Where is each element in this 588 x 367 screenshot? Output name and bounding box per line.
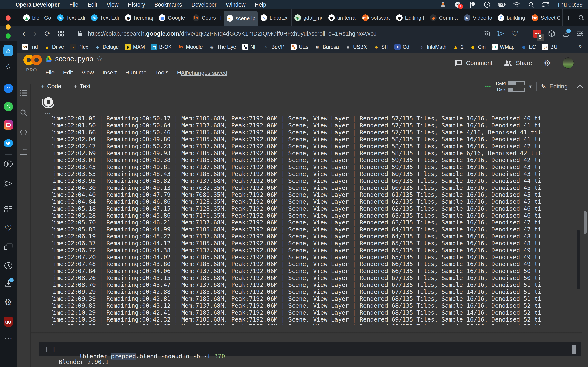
more-ellipsis-icon[interactable]: ⋯ bbox=[3, 333, 13, 343]
save-status[interactable]: All changes saved bbox=[181, 70, 227, 76]
speed-dial-home-icon[interactable]: ⌂ bbox=[3, 45, 13, 56]
browser-tab[interactable]: ◉ gdal_mer bbox=[292, 9, 325, 26]
colab-menu-item[interactable]: Edit bbox=[63, 69, 73, 76]
share-button[interactable]: Share bbox=[504, 59, 532, 67]
bookmark-item[interactable]: › Plex bbox=[70, 44, 88, 50]
wifi-icon[interactable] bbox=[513, 1, 520, 8]
twitter-icon[interactable] bbox=[3, 138, 13, 148]
bookmark-item[interactable]: 🗎 Buresa bbox=[314, 44, 339, 50]
files-icon[interactable] bbox=[19, 147, 28, 156]
tab-tiles-icon[interactable] bbox=[58, 31, 64, 37]
code-cell[interactable]: [ ] !blender prepped.blend -noaudio -b -… bbox=[39, 342, 581, 356]
colab-menu-item[interactable]: Runtime bbox=[125, 69, 147, 76]
browser-tab[interactable]: in Cours : M bbox=[190, 9, 224, 26]
notebook-title[interactable]: scene.ipynb bbox=[55, 55, 93, 63]
notification-app-icon[interactable]: 1 bbox=[454, 1, 461, 8]
messenger-icon[interactable] bbox=[3, 83, 13, 93]
whatsapp-icon[interactable] bbox=[3, 102, 13, 111]
menubar-clock[interactable]: Thu 00:39 bbox=[557, 1, 583, 8]
battery-charging-icon[interactable] bbox=[498, 1, 506, 8]
active-app-name[interactable]: Opera Developer bbox=[16, 2, 60, 8]
comment-button[interactable]: Comment bbox=[455, 59, 493, 67]
menubar-menu-item[interactable]: Help bbox=[255, 2, 266, 8]
close-window-button[interactable] bbox=[6, 16, 11, 21]
browser-tab[interactable]: ◕ Comman bbox=[427, 9, 461, 26]
history-clock-icon[interactable] bbox=[3, 261, 13, 271]
bookmark-item[interactable]: ▲ Drive bbox=[44, 44, 64, 50]
browser-tab[interactable]: ✳ LidarExpl bbox=[258, 9, 292, 26]
instagram-icon[interactable] bbox=[3, 120, 13, 130]
output-scrollbar-thumb[interactable] bbox=[577, 230, 580, 289]
new-tab-button[interactable]: + bbox=[563, 9, 574, 26]
downloads-icon[interactable] bbox=[562, 30, 570, 37]
browser-tab[interactable]: ▶ Video to bbox=[461, 9, 495, 26]
cell-prompt[interactable]: [ ] bbox=[45, 346, 56, 353]
forward-button[interactable]: › bbox=[33, 29, 37, 39]
page-scrollbar-thumb[interactable] bbox=[584, 211, 587, 234]
bookmark-item[interactable]: ▤ B-OK bbox=[151, 44, 172, 50]
resources-dropdown-arrow[interactable]: ▾ bbox=[529, 83, 532, 90]
menubar-menu-item[interactable]: History bbox=[128, 2, 145, 8]
telegram-icon[interactable] bbox=[3, 179, 13, 188]
colab-menu-item[interactable]: File bbox=[45, 69, 54, 76]
extension-cube-icon[interactable] bbox=[548, 30, 555, 37]
bookmark-item[interactable]: ▚ NF bbox=[242, 44, 257, 50]
patreon-icon[interactable] bbox=[469, 1, 476, 8]
spotlight-search-icon[interactable] bbox=[527, 1, 535, 8]
bookmark-item[interactable]: EE WMap bbox=[492, 44, 515, 50]
browser-tab[interactable]: G building bbox=[495, 9, 529, 26]
bookmark-item[interactable]: ♜ CdF bbox=[394, 44, 412, 50]
browser-tab[interactable]: ● heremaps bbox=[122, 9, 156, 26]
reload-button[interactable]: ⟳ bbox=[44, 30, 51, 38]
bookmark-item[interactable]: ● Cin bbox=[470, 44, 486, 50]
account-avatar[interactable] bbox=[563, 58, 574, 68]
browser-tab[interactable]: ● Editing B bbox=[393, 9, 427, 26]
menubar-menu-item[interactable]: View bbox=[107, 2, 118, 8]
lock-icon[interactable] bbox=[77, 30, 82, 37]
browser-tab[interactable]: ▲ ble - Goo bbox=[20, 9, 54, 26]
menubar-menu-item[interactable]: Edit bbox=[88, 2, 97, 8]
sidebar-downloads-icon[interactable] bbox=[3, 279, 13, 289]
browser-tab[interactable]: ∞ scene.ipy bbox=[224, 11, 258, 26]
menubar-menu-item[interactable]: File bbox=[69, 2, 78, 8]
bookmark-item[interactable]: ◉ The Eye bbox=[209, 44, 236, 50]
url-field[interactable]: https://colab.research.google.com/drive/… bbox=[88, 30, 377, 37]
play-circle-icon[interactable] bbox=[484, 1, 491, 8]
browser-tab[interactable]: ▦ Google C bbox=[156, 9, 190, 26]
settings-gear-icon[interactable]: ⚙ bbox=[544, 58, 551, 68]
flow-devices-icon[interactable] bbox=[3, 242, 13, 252]
add-text-button[interactable]: +Text bbox=[73, 83, 91, 90]
code-snippets-icon[interactable] bbox=[19, 128, 28, 137]
easy-setup-tune-icon[interactable] bbox=[577, 30, 584, 37]
back-button[interactable]: ‹ bbox=[22, 29, 26, 39]
browser-tab[interactable]: ✎ Text Edito bbox=[54, 9, 88, 26]
personal-news-heart-icon[interactable]: ♡ bbox=[3, 223, 13, 233]
settings-gear-icon[interactable]: ⚙ bbox=[3, 297, 13, 307]
bookmarks-overflow-chevron[interactable]: » bbox=[579, 42, 582, 49]
bookmark-item[interactable]: ● EC bbox=[521, 44, 536, 50]
find-replace-icon[interactable] bbox=[19, 108, 28, 117]
bookmark-item[interactable]: ∿ BdVP bbox=[263, 44, 285, 50]
editing-mode-button[interactable]: ✎Editing bbox=[541, 83, 568, 90]
zoom-window-button[interactable] bbox=[6, 33, 11, 39]
menubar-menu-item[interactable]: Window bbox=[226, 2, 245, 8]
star-notebook-icon[interactable]: ☆ bbox=[96, 55, 103, 63]
menubar-menu-item[interactable]: Bookmarks bbox=[154, 2, 182, 8]
tabs-grid-icon[interactable] bbox=[3, 205, 13, 214]
colab-menu-item[interactable]: Insert bbox=[103, 69, 117, 76]
table-of-contents-icon[interactable] bbox=[19, 89, 28, 98]
collapse-toolbar-chevron[interactable] bbox=[577, 84, 583, 89]
bookmark-item[interactable]: ◗ MAM bbox=[125, 44, 145, 50]
add-code-button[interactable]: +Code bbox=[41, 83, 61, 90]
tab-search-icon[interactable] bbox=[574, 9, 588, 26]
bookmark-item[interactable]: ▚ UEs bbox=[291, 44, 308, 50]
colab-menu-item[interactable]: Tools bbox=[155, 69, 168, 76]
code-cell-scrollbar-thumb[interactable] bbox=[572, 345, 576, 354]
bookmark-item[interactable]: § InfoMath bbox=[419, 44, 447, 50]
bookmark-heart-icon[interactable]: ♡ bbox=[511, 30, 519, 37]
browser-tab[interactable]: ✎ Text Edito bbox=[88, 9, 122, 26]
menubar-menu-item[interactable]: Developer bbox=[191, 2, 216, 8]
vlc-cone-icon[interactable] bbox=[439, 1, 447, 8]
browser-tab[interactable]: ba Select GP bbox=[529, 9, 563, 26]
send-to-flow-icon[interactable] bbox=[497, 30, 504, 37]
